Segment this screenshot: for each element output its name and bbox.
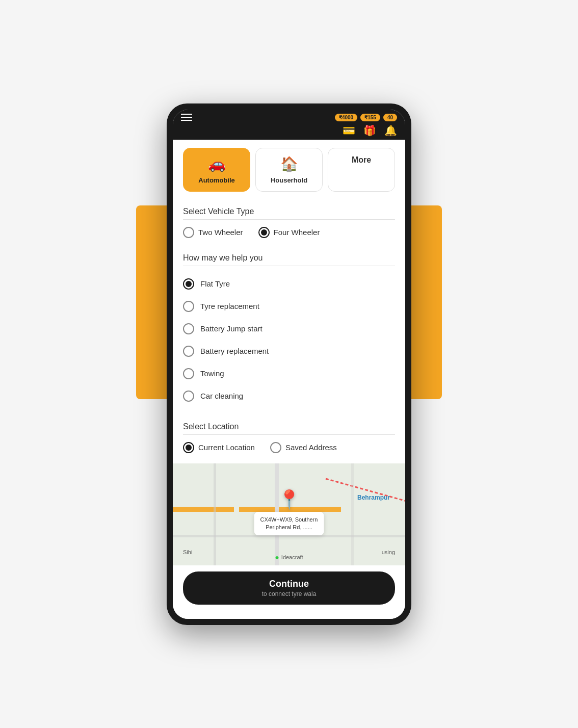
- gift-icon[interactable]: 🎁: [363, 124, 376, 137]
- map-label-sihi: Sihi: [183, 549, 192, 555]
- hamburger-menu[interactable]: [181, 114, 192, 121]
- ideacraft-text: Ideacraft: [281, 554, 303, 560]
- header-right: ₹4000 ₹155 40 💳 🎁 🔔: [335, 114, 397, 137]
- category-tabs: 🚗 Automobile 🏠 Houserhold More: [183, 148, 395, 192]
- vehicle-section-title: Select Vehicle Type: [183, 202, 395, 220]
- service-list: Flat Tyre Tyre replacement Battery Jump …: [183, 273, 395, 407]
- service-flat-tyre[interactable]: Flat Tyre: [183, 273, 395, 295]
- notification-badge: 40: [383, 114, 397, 121]
- radio-four-wheeler-circle[interactable]: [258, 227, 270, 238]
- svg-rect-6: [214, 463, 216, 565]
- radio-four-wheeler[interactable]: Four Wheeler: [258, 227, 320, 238]
- radio-battery-replacement[interactable]: [183, 346, 194, 357]
- map-ideacraft-label: ● Ideacraft: [275, 553, 303, 561]
- radio-two-wheeler[interactable]: Two Wheeler: [183, 227, 243, 238]
- location-section-title: Select Location: [183, 417, 395, 435]
- map-popup: CX4W+WX9, Southern Peripheral Rd, ......: [254, 512, 324, 536]
- tab-automobile[interactable]: 🚗 Automobile: [183, 148, 250, 192]
- radio-current-location-circle[interactable]: [183, 442, 194, 453]
- location-section: Select Location Current Location Saved A…: [183, 417, 395, 453]
- radio-towing[interactable]: [183, 368, 194, 379]
- map-label-behrampur: Behrampur: [357, 494, 390, 501]
- radio-flat-tyre[interactable]: [183, 278, 194, 290]
- service-battery-jump-start-label: Battery Jump start: [200, 324, 262, 333]
- radio-saved-address-circle[interactable]: [270, 442, 281, 453]
- balance1-badge: ₹4000: [335, 114, 357, 121]
- map-address-line2: Peripheral Rd, ......: [266, 524, 312, 530]
- bottom-bar: Continue to connect tyre wala: [173, 571, 405, 619]
- map-container[interactable]: 📍 CX4W+WX9, Southern Peripheral Rd, ....…: [173, 463, 405, 565]
- balance2-badge: ₹155: [360, 114, 380, 121]
- continue-button[interactable]: Continue to connect tyre wala: [183, 571, 395, 605]
- continue-btn-sub-label: to connect tyre wala: [262, 590, 317, 597]
- phone-screen: ₹4000 ₹155 40 💳 🎁 🔔 🚗: [173, 110, 405, 619]
- tab-automobile-label: Automobile: [198, 176, 235, 184]
- location-type-group: Current Location Saved Address: [183, 442, 395, 453]
- radio-car-cleaning[interactable]: [183, 391, 194, 402]
- radio-two-wheeler-label: Two Wheeler: [198, 228, 243, 237]
- service-battery-replacement[interactable]: Battery replacement: [183, 341, 395, 362]
- map-label-using: using: [382, 549, 395, 555]
- bell-icon[interactable]: 🔔: [384, 124, 397, 137]
- radio-current-location[interactable]: Current Location: [183, 442, 255, 453]
- header-icons: 💳 🎁 🔔: [343, 124, 397, 137]
- radio-current-location-label: Current Location: [198, 443, 255, 452]
- content-area: 🚗 Automobile 🏠 Houserhold More Select Ve…: [173, 140, 405, 453]
- phone-frame: ₹4000 ₹155 40 💳 🎁 🔔 🚗: [167, 103, 411, 625]
- vehicle-type-group: Two Wheeler Four Wheeler: [183, 227, 395, 238]
- tab-more[interactable]: More: [328, 148, 395, 192]
- radio-two-wheeler-circle[interactable]: [183, 227, 194, 238]
- service-battery-jump-start[interactable]: Battery Jump start: [183, 318, 395, 340]
- household-icon: 🏠: [280, 155, 298, 172]
- help-section-title: How may we help you: [183, 248, 395, 266]
- tab-household[interactable]: 🏠 Houserhold: [255, 148, 323, 192]
- radio-tyre-replacement[interactable]: [183, 301, 194, 312]
- radio-saved-address[interactable]: Saved Address: [270, 442, 337, 453]
- continue-btn-main-label: Continue: [269, 579, 309, 589]
- tab-household-label: Houserhold: [271, 176, 307, 184]
- ideacraft-dot: ●: [275, 553, 279, 561]
- automobile-icon: 🚗: [208, 155, 226, 172]
- svg-rect-1: [173, 507, 234, 512]
- radio-saved-address-label: Saved Address: [285, 443, 337, 452]
- service-car-cleaning[interactable]: Car cleaning: [183, 385, 395, 407]
- radio-battery-jump-start[interactable]: [183, 323, 194, 334]
- service-towing[interactable]: Towing: [183, 363, 395, 384]
- service-car-cleaning-label: Car cleaning: [200, 392, 243, 400]
- service-flat-tyre-label: Flat Tyre: [200, 279, 230, 288]
- header: ₹4000 ₹155 40 💳 🎁 🔔: [173, 110, 405, 140]
- tab-more-label: More: [352, 155, 371, 165]
- map-address-line1: CX4W+WX9, Southern: [260, 516, 318, 523]
- svg-rect-7: [351, 463, 354, 565]
- service-tyre-replacement-label: Tyre replacement: [200, 302, 259, 310]
- service-battery-replacement-label: Battery replacement: [200, 347, 269, 355]
- pills-row: ₹4000 ₹155 40: [335, 114, 397, 121]
- wallet-icon[interactable]: 💳: [343, 124, 355, 137]
- radio-four-wheeler-label: Four Wheeler: [274, 228, 320, 237]
- map-pin: 📍: [278, 489, 301, 510]
- service-tyre-replacement[interactable]: Tyre replacement: [183, 296, 395, 317]
- service-towing-label: Towing: [200, 369, 224, 378]
